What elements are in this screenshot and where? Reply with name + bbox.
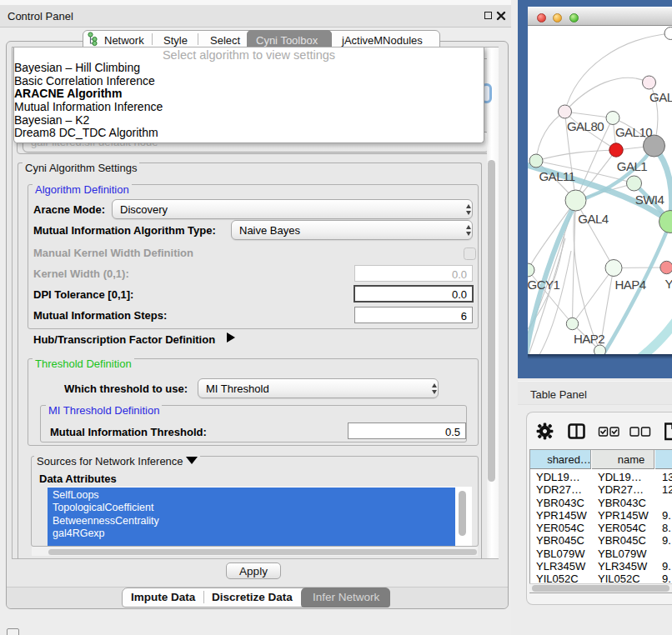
svg-text:GAL11: GAL11 (539, 169, 574, 183)
svg-text:GAL4: GAL4 (578, 212, 609, 226)
svg-text:HAP2: HAP2 (574, 332, 604, 346)
svg-text:GAL10: GAL10 (615, 125, 652, 139)
svg-text:GCY1: GCY1 (528, 278, 560, 292)
svg-text:GAL80: GAL80 (567, 119, 604, 133)
svg-text:GAL2: GAL2 (649, 90, 672, 104)
svg-text:YM: YM (665, 277, 672, 291)
svg-text:HAP4: HAP4 (614, 278, 645, 292)
svg-text:GAL1: GAL1 (617, 159, 648, 173)
svg-text:SWI4: SWI4 (635, 192, 664, 207)
